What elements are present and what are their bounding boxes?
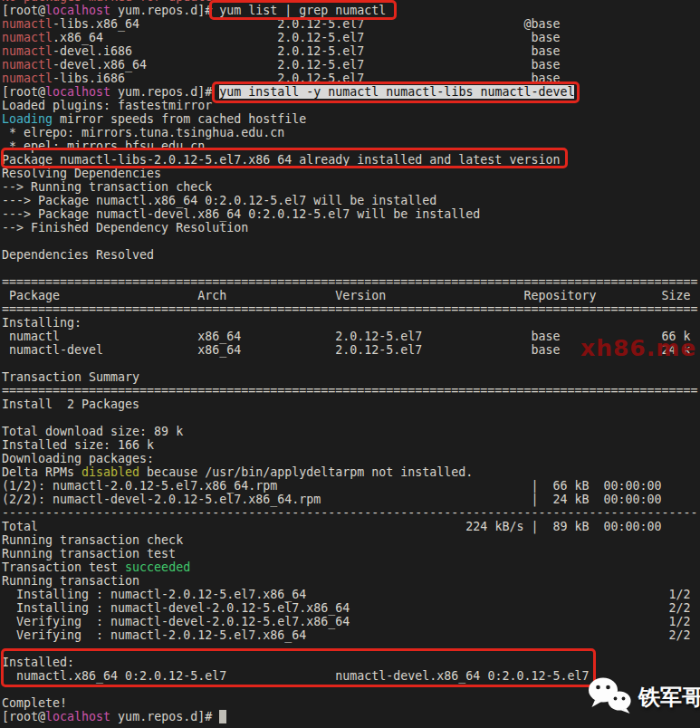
- terminal-line: [root@localhost yum.repos.d]# yum list |…: [2, 4, 698, 17]
- terminal-line: --> Running transaction check: [2, 180, 698, 194]
- terminal-line: Installing : numactl-devel-2.0.12-5.el7.…: [2, 601, 698, 615]
- terminal-line: numactl-devel.i686 2.0.12-5.el7 base: [2, 44, 698, 58]
- terminal-line: Transaction test succeeded: [2, 560, 698, 574]
- terminal-line: Verifying : numactl-2.0.12-5.el7.x86_64 …: [2, 628, 698, 642]
- terminal-line: Total download size: 89 k: [2, 425, 698, 438]
- terminal-line: (1/2): numactl-2.0.12-5.el7.x86_64.rpm |…: [2, 479, 698, 493]
- terminal-line: Package Arch Version Repository Size: [2, 289, 698, 302]
- terminal-line: Loading mirror speeds from cached hostfi…: [2, 112, 698, 126]
- terminal-line: Total 224 kB/s | 89 kB 00:00:00: [2, 520, 698, 533]
- terminal-line: [root@localhost yum.repos.d]# yum instal…: [2, 85, 698, 99]
- wechat-badge: 铁军哥: [587, 676, 700, 718]
- terminal-line: Install 2 Packages: [2, 398, 698, 411]
- terminal-window: No packages marked for update[root@local…: [0, 0, 700, 728]
- terminal-line: numactl-libs.x86_64 2.0.12-5.el7 @base: [2, 17, 698, 31]
- terminal-line: Running transaction test: [2, 547, 698, 560]
- terminal-line: Downloading packages:: [2, 452, 698, 465]
- terminal-line: ---> Package numactl-devel.x86_64 0:2.0.…: [2, 207, 698, 221]
- terminal-line: Installing:: [2, 316, 698, 330]
- terminal-line: ========================================…: [2, 275, 698, 289]
- terminal-line: [2, 411, 698, 425]
- terminal-line: numactl-libs.i686 2.0.12-5.el7 base: [2, 72, 698, 85]
- terminal-line: [2, 235, 698, 248]
- terminal-line: Running transaction: [2, 574, 698, 588]
- terminal-line: [2, 262, 698, 275]
- terminal-line: Installing : numactl-2.0.12-5.el7.x86_64…: [2, 588, 698, 601]
- terminal-line: ---> Package numactl.x86_64 0:2.0.12-5.e…: [2, 194, 698, 207]
- terminal-line: Installed size: 166 k: [2, 438, 698, 452]
- terminal-line: * elrepo: mirrors.tuna.tsinghua.edu.cn: [2, 126, 698, 139]
- terminal-line: Dependencies Resolved: [2, 248, 698, 262]
- wechat-icon: [587, 676, 632, 718]
- terminal-line: Verifying : numactl-devel-2.0.12-5.el7.x…: [2, 615, 698, 628]
- terminal-line: numactl-devel.x86_64 2.0.12-5.el7 base: [2, 58, 698, 72]
- terminal-line: --> Finished Dependency Resolution: [2, 221, 698, 235]
- terminal-line: (2/2): numactl-devel-2.0.12-5.el7.x86_64…: [2, 493, 698, 506]
- terminal-line: Transaction Summary: [2, 370, 698, 384]
- terminal-line: ========================================…: [2, 384, 698, 398]
- terminal-line: Loaded plugins: fastestmirror: [2, 99, 698, 112]
- wechat-badge-label: 铁军哥: [638, 683, 700, 712]
- terminal-line: Running transaction check: [2, 533, 698, 547]
- terminal-output[interactable]: No packages marked for update[root@local…: [2, 0, 698, 723]
- terminal-line: Installed:: [2, 656, 698, 669]
- terminal-line: Delta RPMs disabled because /usr/bin/app…: [2, 465, 698, 479]
- terminal-line: Resolving Dependencies: [2, 167, 698, 180]
- terminal-line: Package numactl-libs-2.0.12-5.el7.x86_64…: [2, 153, 698, 167]
- terminal-line: ========================================…: [2, 302, 698, 316]
- terminal-line: * epel: mirrors.bfsu.edu.cn: [2, 139, 698, 153]
- terminal-line: [2, 642, 698, 656]
- terminal-line: ----------------------------------------…: [2, 506, 698, 520]
- watermark-text: xh86.me: [580, 335, 696, 361]
- terminal-line: numactl.x86_64 2.0.12-5.el7 base: [2, 31, 698, 44]
